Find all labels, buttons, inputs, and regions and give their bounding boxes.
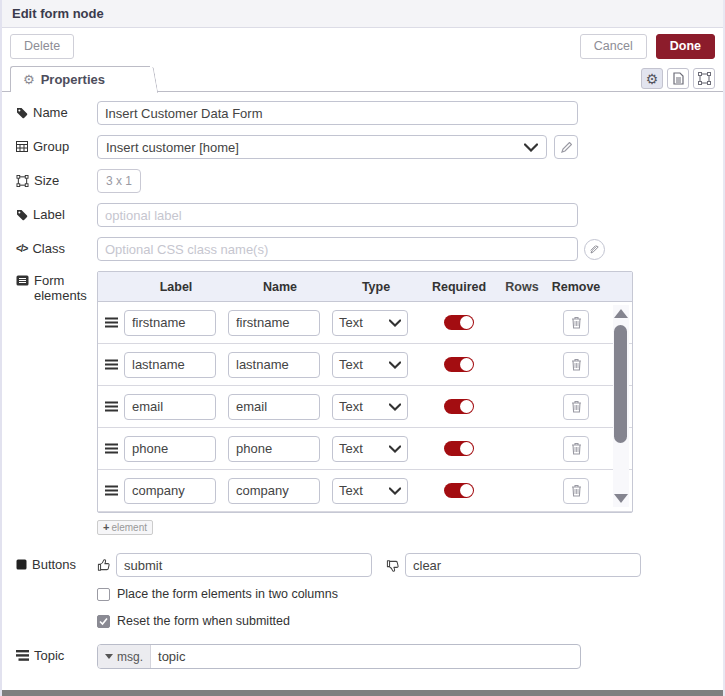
submit-button-input[interactable] [116, 553, 372, 577]
trash-icon [571, 316, 582, 329]
file-icon [673, 72, 684, 85]
pencil-slash-icon [590, 245, 599, 254]
properties-view-button[interactable]: ⚙ [641, 68, 663, 89]
tab-bar: ⚙ Properties ⚙ [2, 65, 723, 92]
group-row: Group Insert customer [home] [16, 135, 711, 159]
name-label: Name [16, 106, 97, 121]
appearance-view-button[interactable] [693, 68, 715, 89]
reset-form-checkbox-row[interactable]: Reset the form when submitted [97, 614, 711, 628]
form-element-row: Text [98, 302, 632, 344]
form-element-row: Text [98, 428, 632, 470]
drag-handle[interactable] [98, 317, 124, 328]
table-icon [16, 141, 28, 152]
properties-panel: Name Group Insert customer [home] Size [2, 92, 723, 669]
tag-icon [16, 209, 28, 221]
clear-button-input[interactable] [405, 553, 641, 577]
drag-handle[interactable] [98, 359, 124, 370]
scrollbar-thumb[interactable] [614, 325, 627, 443]
scroll-down-icon[interactable] [614, 494, 628, 503]
drag-handle[interactable] [98, 485, 124, 496]
trash-icon [571, 442, 582, 455]
form-elements-row: Form elements Label Name Type Required R… [16, 271, 711, 543]
size-row: Size 3 x 1 [16, 169, 711, 193]
name-input[interactable] [97, 101, 578, 125]
required-toggle[interactable] [444, 315, 474, 330]
thumbs-down-icon [386, 558, 401, 573]
topic-typed-input: msg. topic [97, 644, 581, 669]
two-columns-checkbox-row[interactable]: Place the form elements in two columns [97, 587, 711, 601]
list-alt-icon [16, 275, 29, 286]
element-type-select[interactable]: Text [332, 436, 408, 462]
col-header-required: Required [420, 280, 498, 294]
gear-icon: ⚙ [23, 73, 35, 86]
gear-icon: ⚙ [646, 72, 659, 86]
col-header-type: Type [332, 280, 420, 294]
element-label-input[interactable] [124, 394, 216, 420]
element-label-input[interactable] [124, 310, 216, 336]
element-name-input[interactable] [228, 394, 320, 420]
chevron-down-icon [389, 445, 401, 453]
element-type-select[interactable]: Text [332, 394, 408, 420]
form-elements-rows: Text Text [98, 302, 632, 512]
scrollbar[interactable] [613, 305, 629, 507]
checkbox-icon[interactable] [97, 615, 110, 628]
cancel-button[interactable]: Cancel [580, 34, 647, 59]
element-label-input[interactable] [124, 436, 216, 462]
tasks-icon [16, 650, 29, 661]
drag-handle[interactable] [98, 443, 124, 454]
class-helper-button[interactable] [584, 239, 605, 260]
form-elements-header: Label Name Type Required Rows Remove [98, 272, 632, 302]
element-type-value: Text [339, 441, 389, 456]
size-button[interactable]: 3 x 1 [97, 169, 141, 193]
object-group-icon [16, 175, 29, 187]
size-label: Size [16, 174, 97, 189]
element-type-select[interactable]: Text [332, 310, 408, 336]
scroll-up-icon[interactable] [614, 309, 628, 318]
tag-icon [16, 107, 28, 119]
checkbox-icon[interactable] [97, 588, 110, 601]
element-type-select[interactable]: Text [332, 352, 408, 378]
trash-icon [571, 400, 582, 413]
class-input[interactable] [97, 237, 578, 261]
element-name-input[interactable] [228, 352, 320, 378]
element-name-input[interactable] [228, 478, 320, 504]
dialog-title: Edit form node [12, 6, 104, 21]
group-select[interactable]: Insert customer [home] [97, 135, 547, 159]
plus-icon: + [103, 521, 109, 533]
required-toggle[interactable] [444, 483, 474, 498]
required-toggle[interactable] [444, 399, 474, 414]
required-toggle[interactable] [444, 441, 474, 456]
done-button[interactable]: Done [656, 34, 715, 59]
tab-properties[interactable]: ⚙ Properties [10, 66, 150, 92]
window-footer-bar [2, 690, 723, 696]
element-name-input[interactable] [228, 310, 320, 336]
delete-element-button[interactable] [563, 394, 589, 420]
delete-element-button[interactable] [563, 436, 589, 462]
form-elements-label: Form elements [16, 274, 97, 304]
delete-button[interactable]: Delete [10, 34, 74, 59]
element-type-select[interactable]: Text [332, 478, 408, 504]
element-label-input[interactable] [124, 478, 216, 504]
typed-input-type-select[interactable]: msg. [98, 645, 151, 668]
group-label: Group [16, 140, 97, 155]
add-element-button[interactable]: +element [97, 520, 153, 535]
required-toggle[interactable] [444, 357, 474, 372]
col-header-rows: Rows [498, 280, 546, 294]
description-view-button[interactable] [667, 68, 689, 89]
element-name-input[interactable] [228, 436, 320, 462]
topic-label: Topic [16, 649, 97, 664]
topic-value-input[interactable]: topic [151, 645, 580, 668]
edit-group-button[interactable] [554, 135, 578, 159]
col-header-name: Name [228, 280, 332, 294]
delete-element-button[interactable] [563, 310, 589, 336]
delete-element-button[interactable] [563, 352, 589, 378]
class-label: </> Class [16, 242, 97, 257]
topic-row: Topic msg. topic [16, 644, 711, 669]
label-input[interactable] [97, 203, 578, 227]
drag-handle[interactable] [98, 401, 124, 412]
edit-form-node-dialog: Edit form node Delete Cancel Done ⚙ Prop… [0, 0, 725, 696]
delete-element-button[interactable] [563, 478, 589, 504]
code-icon: </> [16, 243, 27, 255]
element-label-input[interactable] [124, 352, 216, 378]
trash-icon [571, 484, 582, 497]
